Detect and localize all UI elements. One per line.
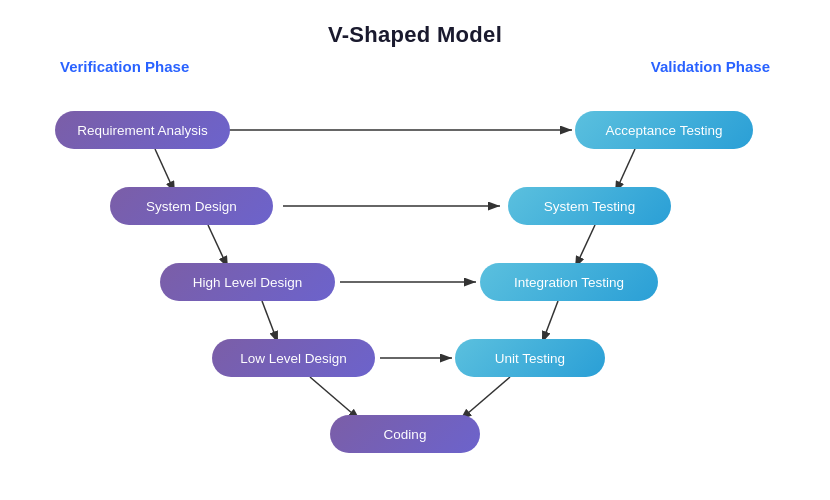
low-level-design-node: Low Level Design [212, 339, 375, 377]
page-title: V-Shaped Model [0, 0, 830, 48]
system-design-node: System Design [110, 187, 273, 225]
svg-line-12 [460, 377, 510, 420]
high-level-design-node: High Level Design [160, 263, 335, 301]
svg-line-8 [262, 301, 278, 343]
diagram-area: Requirement Analysis System Design High … [0, 75, 830, 465]
requirement-analysis-node: Requirement Analysis [55, 111, 230, 149]
svg-line-11 [310, 377, 360, 420]
system-testing-node: System Testing [508, 187, 671, 225]
unit-testing-node: Unit Testing [455, 339, 605, 377]
coding-node: Coding [330, 415, 480, 453]
verification-phase-label: Verification Phase [60, 58, 189, 75]
validation-phase-label: Validation Phase [651, 58, 770, 75]
acceptance-testing-node: Acceptance Testing [575, 111, 753, 149]
svg-line-6 [575, 225, 595, 268]
svg-line-9 [542, 301, 558, 343]
integration-testing-node: Integration Testing [480, 263, 658, 301]
svg-line-5 [208, 225, 228, 268]
